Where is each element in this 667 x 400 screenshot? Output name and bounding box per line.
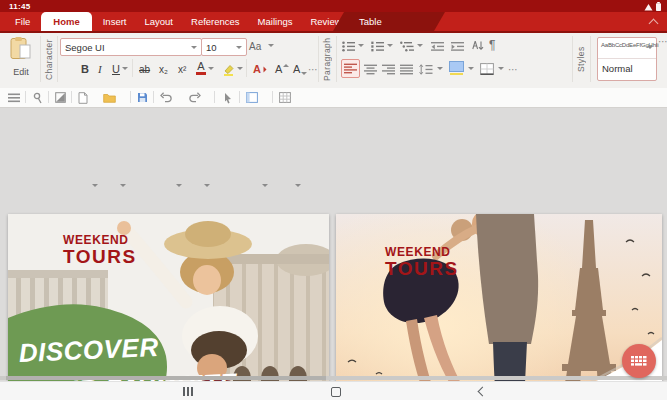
- shading-color-bar: [450, 73, 463, 75]
- chevron-down-icon: [236, 46, 242, 49]
- menu-icon[interactable]: [8, 91, 20, 104]
- tab-layout[interactable]: Layout: [135, 13, 182, 31]
- highlight-dropdown[interactable]: [237, 67, 243, 70]
- paragraph-more-button[interactable]: ⋯: [508, 64, 519, 75]
- font-color-button[interactable]: A: [196, 60, 206, 76]
- tab-references[interactable]: References: [182, 13, 249, 31]
- font-color-dropdown[interactable]: [208, 67, 214, 70]
- shading-dropdown[interactable]: [468, 67, 474, 70]
- touch-mode-icon[interactable]: [32, 91, 43, 104]
- tab-home[interactable]: Home: [41, 12, 91, 32]
- multilevel-list-dropdown[interactable]: [417, 44, 423, 47]
- underline-dropdown[interactable]: [122, 67, 128, 70]
- tab-mailings[interactable]: Mailings: [249, 13, 302, 31]
- collapse-ribbon-icon[interactable]: [649, 19, 659, 29]
- decrease-indent-button[interactable]: [431, 38, 444, 54]
- bold-button[interactable]: B: [81, 61, 89, 77]
- change-case-dropdown[interactable]: [268, 44, 274, 47]
- styles-group-tab[interactable]: Styles: [573, 31, 589, 88]
- borders-button[interactable]: [480, 61, 494, 77]
- ribbon-tab-bar: File Home Insert Layout References Maili…: [0, 12, 667, 31]
- save-icon[interactable]: [137, 91, 148, 104]
- character-group-tab[interactable]: Character: [41, 31, 57, 88]
- style-gallery[interactable]: AaBbCcDdEeFfGgHhIi Normal: [597, 37, 657, 81]
- quick-access-toolbar: [0, 88, 667, 108]
- subscript-button[interactable]: x₂: [159, 61, 168, 77]
- android-nav-bar: [0, 381, 667, 400]
- tab-insert[interactable]: Insert: [94, 13, 136, 31]
- page-paris[interactable]: WEEKEND TOURS PARIS: [336, 214, 662, 400]
- caret-up-icon: [283, 64, 289, 67]
- highlighter-icon: [222, 63, 235, 76]
- borders-dropdown[interactable]: [498, 67, 504, 70]
- shrink-font-button[interactable]: A: [293, 61, 307, 77]
- brand-logo-paris: WEEKEND TOURS: [385, 246, 459, 278]
- home-icon[interactable]: [331, 387, 341, 397]
- edit-group-label: Edit: [2, 67, 40, 77]
- align-right-button[interactable]: [382, 61, 395, 77]
- clock: 11:45: [9, 2, 31, 11]
- page-view-icon[interactable]: [246, 91, 258, 104]
- back-icon[interactable]: [478, 387, 488, 397]
- increase-indent-button[interactable]: [451, 38, 464, 54]
- caret-down-icon: [301, 72, 307, 75]
- arrow-right-icon: [263, 66, 266, 72]
- brand-logo-venice: WEEKEND TOURS: [63, 234, 137, 266]
- underline-button[interactable]: U: [112, 61, 120, 77]
- status-bar: 11:45: [0, 0, 667, 12]
- format-painter-button[interactable]: A: [253, 61, 268, 77]
- undo-icon[interactable]: [160, 91, 173, 104]
- line-spacing-dropdown[interactable]: [437, 67, 443, 70]
- highlight-button[interactable]: [222, 61, 235, 77]
- shading-swatch: [449, 61, 464, 72]
- redo-icon[interactable]: [188, 91, 201, 104]
- superscript-button[interactable]: x²: [178, 61, 186, 77]
- font-size-select[interactable]: 10: [201, 38, 247, 56]
- justify-button[interactable]: [400, 61, 413, 77]
- multilevel-list-button[interactable]: [400, 38, 414, 54]
- shading-button[interactable]: [449, 60, 464, 76]
- scrollbar-thumb[interactable]: [6, 376, 326, 380]
- current-style-name: Normal: [602, 63, 633, 74]
- table-grid-icon[interactable]: [279, 91, 291, 104]
- divider: [598, 58, 656, 59]
- sort-button[interactable]: [472, 38, 484, 54]
- show-keyboard-button[interactable]: [622, 344, 656, 378]
- styles-more-button[interactable]: ⋯: [658, 36, 667, 47]
- bullet-list-dropdown[interactable]: [358, 44, 364, 47]
- change-case-button[interactable]: Aa: [249, 38, 261, 54]
- new-document-icon[interactable]: [78, 91, 88, 104]
- paragraph-group-tab[interactable]: Paragraph: [319, 31, 335, 88]
- battery-icon: [656, 2, 661, 11]
- tab-table[interactable]: Table: [359, 16, 382, 27]
- style-gallery-dropdown[interactable]: [647, 46, 653, 49]
- font-name-select[interactable]: Segoe UI: [60, 38, 202, 56]
- page-venice[interactable]: WEEKEND TOURS DISCOVER YOUR FAVORITE CIT…: [8, 214, 329, 400]
- numbered-list-dropdown[interactable]: [387, 44, 393, 47]
- keyboard-icon: [630, 355, 648, 368]
- document-canvas[interactable]: WEEKEND TOURS DISCOVER YOUR FAVORITE CIT…: [0, 107, 667, 381]
- horizontal-scrollbar[interactable]: [0, 376, 667, 380]
- paris-photo: [336, 214, 662, 400]
- italic-button[interactable]: I: [98, 61, 102, 77]
- numbered-list-button[interactable]: [371, 38, 384, 54]
- pilcrow-button[interactable]: ¶: [489, 37, 495, 53]
- align-center-button[interactable]: [364, 61, 377, 77]
- view-mode-icon[interactable]: [55, 91, 66, 104]
- contextual-tab-group: Table: [333, 12, 445, 31]
- bullet-list-button[interactable]: [342, 38, 355, 54]
- chevron-down-icon: [191, 46, 197, 49]
- font-color-swatch: [196, 72, 206, 75]
- wifi-icon: [644, 3, 653, 11]
- grow-font-button[interactable]: A: [275, 61, 289, 77]
- tab-file[interactable]: File: [6, 13, 39, 31]
- select-cursor-icon[interactable]: [222, 91, 233, 104]
- strikethrough-button[interactable]: ab: [139, 61, 150, 77]
- align-left-button[interactable]: [341, 59, 360, 78]
- officesuite-word-app: 11:45 File Home Insert Layout References…: [0, 0, 667, 400]
- line-spacing-button[interactable]: [419, 61, 433, 77]
- ribbon: Edit Character Segoe UI 10 Aa B I U ab x…: [0, 31, 667, 89]
- recent-apps-icon[interactable]: [183, 387, 193, 396]
- open-file-icon[interactable]: [103, 91, 116, 104]
- paste-icon[interactable]: [9, 36, 33, 66]
